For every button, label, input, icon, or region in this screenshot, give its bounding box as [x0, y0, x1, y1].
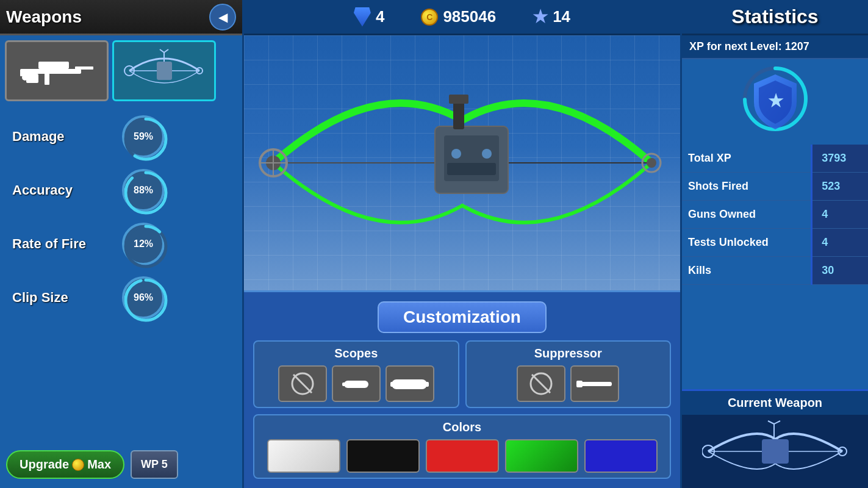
coins-stat: C 985046 — [421, 7, 496, 26]
clip-circle: 96% — [122, 276, 165, 319]
max-label: Max — [87, 458, 111, 472]
crossbow-container — [255, 59, 670, 267]
stat-row-totalxp: Total XP 3793 — [682, 145, 868, 173]
scopes-title: Scopes — [259, 346, 453, 361]
svg-line-11 — [164, 49, 168, 52]
stat-row-kills: Kills 30 — [682, 257, 868, 285]
stat-row-damage: Damage 59% — [12, 115, 230, 158]
accuracy-circle-svg — [122, 169, 170, 217]
weapon-slots — [0, 35, 242, 106]
xp-next-label: XP for next Level: — [689, 40, 782, 52]
svg-text:★: ★ — [767, 92, 783, 110]
bottom-buttons: Upgrade Max WP 5 — [6, 450, 178, 479]
ak47-icon — [14, 49, 99, 92]
svg-rect-28 — [447, 163, 496, 175]
suppressor-icon — [575, 378, 615, 390]
svg-rect-43 — [423, 382, 429, 387]
color-swatches — [264, 439, 661, 473]
suppressor-none[interactable] — [517, 365, 565, 402]
colors-title: Colors — [264, 420, 661, 434]
svg-rect-41 — [392, 379, 427, 389]
svg-point-27 — [482, 149, 492, 159]
totalxp-value: 3793 — [812, 145, 868, 173]
svg-rect-8 — [157, 62, 172, 80]
color-blue[interactable] — [584, 439, 658, 473]
color-green[interactable] — [505, 439, 578, 473]
svg-point-21 — [126, 280, 166, 320]
left-panel: Weapons ◀ — [0, 0, 244, 488]
center-panel: 4 C 985046 ★ 14 — [244, 0, 680, 488]
crossbow-large-svg — [255, 59, 670, 267]
xp-next-bar: XP for next Level: 1207 — [682, 35, 868, 59]
accuracy-label: Accuracy — [12, 182, 110, 198]
wp-button[interactable]: WP 5 — [131, 450, 178, 479]
custom-sections: Scopes — [253, 340, 671, 408]
upgrade-label: Upgrade — [20, 458, 69, 472]
color-red[interactable] — [426, 439, 499, 473]
svg-line-10 — [160, 49, 164, 52]
no-scope-icon — [290, 371, 315, 396]
colors-section: Colors — [253, 414, 671, 479]
testsunlocked-label: Tests Unlocked — [682, 229, 812, 257]
svg-line-38 — [293, 375, 312, 393]
svg-line-45 — [532, 375, 550, 393]
svg-point-5 — [22, 74, 28, 81]
no-suppressor-icon — [529, 371, 553, 396]
clip-circle-svg — [122, 276, 170, 324]
scope-none[interactable] — [278, 365, 327, 402]
suppressor-section: Suppressor — [465, 340, 672, 408]
back-button[interactable]: ◀ — [209, 4, 236, 30]
suppressor-one[interactable] — [570, 365, 619, 402]
svg-line-55 — [774, 421, 780, 424]
stars-stat: ★ 14 — [533, 7, 570, 27]
damage-circle-svg — [122, 115, 170, 163]
weapons-header: Weapons ◀ — [0, 0, 242, 35]
damage-label: Damage — [12, 129, 110, 145]
scope-small[interactable] — [332, 365, 381, 402]
scopes-items — [259, 365, 453, 402]
scope-large-icon — [390, 373, 429, 395]
wp-label: WP 5 — [141, 458, 168, 470]
weapon-slot-crossbow[interactable] — [112, 40, 216, 101]
top-bar: 4 C 985046 ★ 14 — [244, 0, 680, 35]
weapon-stats: Damage 59% Accuracy 88% Rate of Fi — [0, 106, 242, 328]
level-stat: 4 — [354, 7, 384, 27]
color-black[interactable] — [346, 439, 420, 473]
kills-label: Kills — [682, 257, 812, 285]
svg-rect-52 — [762, 439, 789, 464]
weapons-title: Weapons — [6, 7, 82, 27]
gunsowned-value: 4 — [812, 201, 868, 229]
customization-title: Customization — [378, 301, 547, 333]
xp-next-value: 1207 — [785, 40, 809, 52]
svg-rect-2 — [75, 66, 93, 70]
damage-circle: 59% — [122, 115, 165, 158]
weapon-slot-ak47[interactable] — [5, 40, 109, 101]
svg-point-26 — [451, 149, 461, 159]
testsunlocked-value: 4 — [812, 229, 868, 257]
star-icon: ★ — [533, 7, 548, 27]
upgrade-button[interactable]: Upgrade Max — [6, 450, 124, 479]
coin-icon: C — [421, 9, 438, 26]
scopes-section: Scopes — [253, 340, 459, 408]
coins-value: 985046 — [443, 7, 496, 26]
svg-point-36 — [647, 158, 656, 168]
scope-large[interactable] — [386, 365, 434, 402]
stats-header: Statistics — [682, 0, 868, 35]
suppressor-items — [472, 365, 665, 402]
svg-rect-1 — [38, 62, 69, 69]
current-weapon-display — [682, 415, 868, 488]
crossbow-icon-small — [117, 43, 212, 98]
stat-row-clip: Clip Size 96% — [12, 276, 230, 319]
scope-small-icon — [341, 373, 371, 395]
shield-container: ★ — [682, 59, 868, 145]
svg-rect-39 — [344, 381, 368, 388]
stat-row-testsunlocked: Tests Unlocked 4 — [682, 229, 868, 257]
upgrade-coin-icon — [72, 459, 84, 471]
svg-line-54 — [768, 421, 774, 424]
svg-rect-47 — [576, 381, 583, 387]
stars-value: 14 — [553, 7, 570, 26]
svg-rect-46 — [578, 382, 612, 386]
stat-row-gunsowned: Guns Owned 4 — [682, 201, 868, 229]
color-white[interactable] — [267, 439, 340, 473]
shield-icon — [354, 7, 371, 27]
